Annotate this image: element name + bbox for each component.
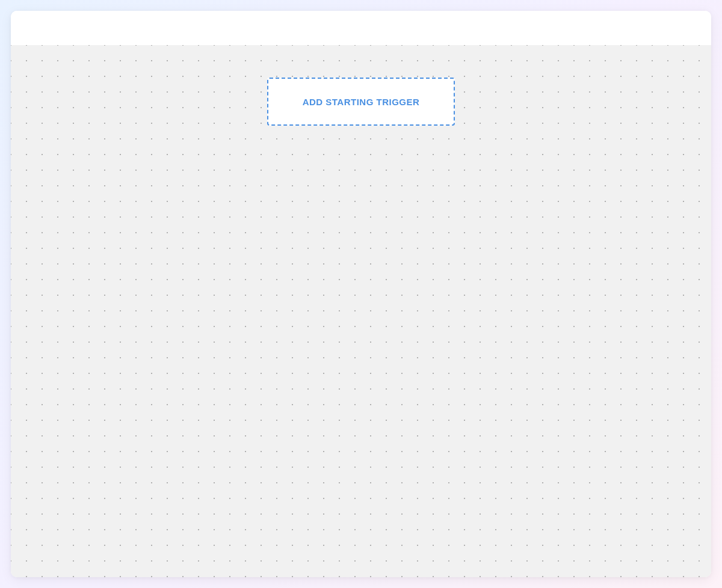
add-starting-trigger-button[interactable]: ADD STARTING TRIGGER [267,78,455,126]
workflow-editor-panel: ADD STARTING TRIGGER [11,11,711,577]
top-bar [11,11,711,45]
trigger-button-label: ADD STARTING TRIGGER [303,97,420,107]
workflow-canvas[interactable]: ADD STARTING TRIGGER [11,45,711,577]
